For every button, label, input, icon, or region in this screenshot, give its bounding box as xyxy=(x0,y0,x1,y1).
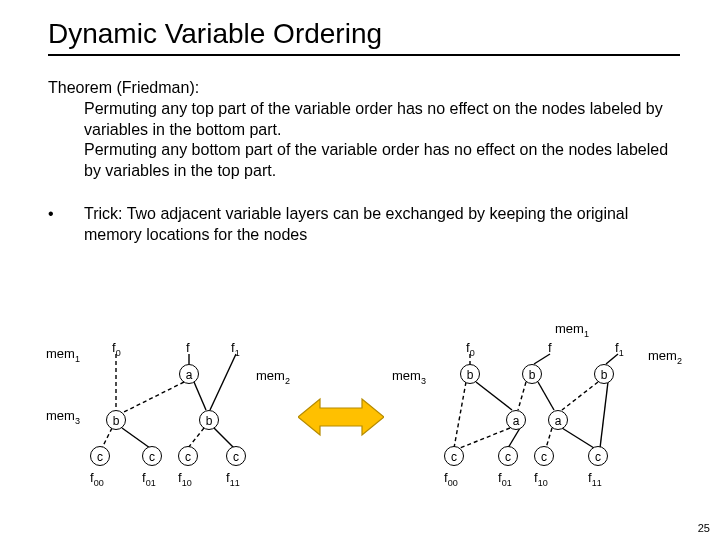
theorem-head: Theorem (Friedman): xyxy=(48,78,680,99)
right-node-c1: c xyxy=(444,446,464,466)
svg-line-5 xyxy=(102,428,112,448)
left-node-b1: b xyxy=(106,410,126,430)
left-node-b2: b xyxy=(199,410,219,430)
right-f0-label: f0 xyxy=(466,340,475,358)
right-r4-label: f11 xyxy=(588,470,602,488)
right-node-b3: b xyxy=(594,364,614,384)
svg-line-11 xyxy=(534,354,550,364)
theorem-p1: Permuting any top part of the variable o… xyxy=(48,99,680,141)
svg-line-21 xyxy=(546,428,552,448)
right-node-c3: c xyxy=(534,446,554,466)
svg-line-6 xyxy=(122,428,150,448)
svg-line-14 xyxy=(476,382,512,410)
svg-line-19 xyxy=(460,428,510,448)
right-mem2-label: mem2 xyxy=(648,348,682,366)
left-node-c2: c xyxy=(142,446,162,466)
left-r1-label: f00 xyxy=(90,470,104,488)
theorem-block: Theorem (Friedman): Permuting any top pa… xyxy=(48,78,680,182)
left-node-c3: c xyxy=(178,446,198,466)
left-mem3-label: mem3 xyxy=(46,408,80,426)
svg-line-13 xyxy=(454,382,466,448)
right-mem1-label: mem1 xyxy=(555,321,589,339)
right-r1-label: f00 xyxy=(444,470,458,488)
svg-line-18 xyxy=(600,382,608,448)
bullet-text: Trick: Two adjacent variable layers can … xyxy=(84,204,680,246)
trick-bullet: • Trick: Two adjacent variable layers ca… xyxy=(48,204,680,246)
slide-title: Dynamic Variable Ordering xyxy=(48,18,680,56)
right-node-c4: c xyxy=(588,446,608,466)
svg-line-8 xyxy=(214,428,234,448)
svg-line-20 xyxy=(508,428,520,448)
right-f1-label: f1 xyxy=(615,340,624,358)
svg-line-16 xyxy=(538,382,554,410)
svg-line-7 xyxy=(188,428,204,448)
left-f0-label: f0 xyxy=(112,340,121,358)
diagram: mem1 mem2 mem3 f0 f f1 a b b c c c c f00… xyxy=(0,318,720,528)
left-node-c4: c xyxy=(226,446,246,466)
svg-line-3 xyxy=(124,382,184,412)
left-node-a: a xyxy=(179,364,199,384)
bullet-mark: • xyxy=(48,204,84,246)
right-mem3-label: mem3 xyxy=(392,368,426,386)
svg-line-2 xyxy=(210,354,236,410)
right-r2-label: f01 xyxy=(498,470,512,488)
right-node-a1: a xyxy=(506,410,526,430)
left-mem2-label: mem2 xyxy=(256,368,290,386)
left-r2-label: f01 xyxy=(142,470,156,488)
page-number: 25 xyxy=(698,522,710,534)
theorem-p2: Permuting any bottom part of the variabl… xyxy=(48,140,680,182)
svg-line-22 xyxy=(562,428,594,448)
right-r3-label: f10 xyxy=(534,470,548,488)
left-node-c1: c xyxy=(90,446,110,466)
swap-arrow-icon xyxy=(298,396,384,438)
right-f-label: f xyxy=(548,340,552,355)
right-node-a2: a xyxy=(548,410,568,430)
left-r4-label: f11 xyxy=(226,470,240,488)
svg-line-4 xyxy=(194,382,206,410)
svg-line-17 xyxy=(562,382,598,410)
right-node-b1: b xyxy=(460,364,480,384)
right-node-c2: c xyxy=(498,446,518,466)
left-f1-label: f1 xyxy=(231,340,240,358)
svg-line-15 xyxy=(518,382,526,410)
left-f-label: f xyxy=(186,340,190,355)
svg-marker-9 xyxy=(298,399,384,435)
left-mem1-label: mem1 xyxy=(46,346,80,364)
left-r3-label: f10 xyxy=(178,470,192,488)
right-node-b2: b xyxy=(522,364,542,384)
